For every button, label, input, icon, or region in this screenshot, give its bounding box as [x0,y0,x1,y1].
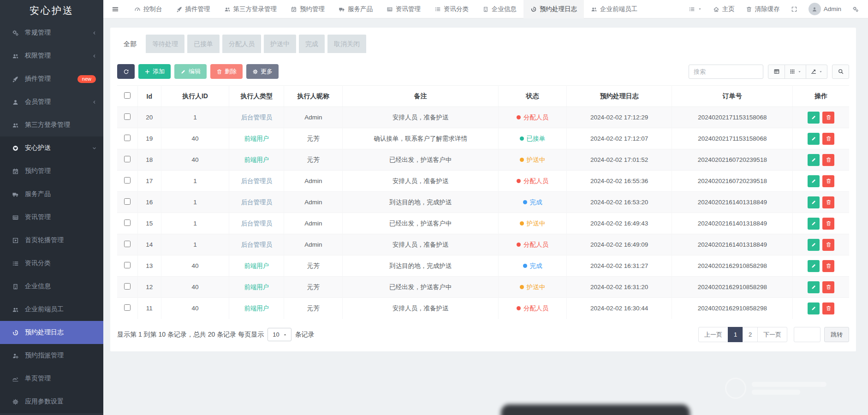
sidebar-item-addon[interactable]: 插件管理new [0,67,103,90]
row-checkbox[interactable] [124,198,131,205]
sidebar-item-company-staff[interactable]: 企业前端员工 [0,298,103,321]
row-checkbox[interactable] [124,156,131,162]
sidebar-item-single-page[interactable]: 单页管理 [0,367,103,390]
row-checkbox[interactable] [124,241,131,247]
sidebar-item-company-info[interactable]: 企业信息 [0,275,103,298]
column-header-operate[interactable]: 操作 [793,86,849,107]
pagination-page-1[interactable]: 1 [728,327,743,342]
sidebar-item-auth[interactable]: 权限管理 [0,44,103,67]
row-edit-button[interactable] [808,175,820,187]
nav-item-company-staff[interactable]: 企业前端员工 [584,0,644,18]
row-checkbox[interactable] [124,262,131,268]
row-edit-button[interactable] [808,281,820,293]
delete-button[interactable]: 删除 [210,64,243,79]
sidebar-item-general[interactable]: 常规管理 [0,21,103,44]
nav-item-third-party-login[interactable]: 第三方登录管理 [217,0,284,18]
column-header-remark[interactable]: 备注 [343,86,499,107]
row-delete-button[interactable] [822,260,834,272]
row-delete-button[interactable] [822,175,834,187]
row-delete-button[interactable] [822,133,834,145]
add-button[interactable]: 添加 [138,64,171,79]
row-checkbox[interactable] [124,304,131,311]
edit-button[interactable]: 编辑 [174,64,207,79]
row-edit-button[interactable] [808,154,820,166]
nav-item-company-info[interactable]: 企业信息 [476,0,523,18]
sidebar-item-reservation-log[interactable]: 预约处理日志 [0,321,103,344]
row-edit-button[interactable] [808,239,820,251]
nav-item-news[interactable]: 资讯管理 [380,0,428,18]
row-edit-button[interactable] [808,196,820,208]
column-header-status[interactable]: 状态 [499,86,567,107]
row-checkbox[interactable] [124,113,131,120]
nav-item-service-product[interactable]: 服务产品 [332,0,380,18]
sidebar-toggle-button[interactable] [103,0,127,18]
page-jump-button[interactable]: 跳转 [824,327,849,342]
column-header-executor-nickname[interactable]: 执行人昵称 [284,86,343,107]
sidebar-item-news-category[interactable]: 资讯分类 [0,252,103,275]
tab-all[interactable]: 全部 [117,35,143,53]
row-delete-button[interactable] [822,218,834,230]
pagination-page-2[interactable]: 2 [743,327,758,342]
nav-item-reservation-log[interactable]: 预约处理日志 [523,0,584,18]
page-size-select[interactable]: 10 [268,328,291,341]
tab-waiting[interactable]: 等待处理 [146,35,184,53]
nav-fullscreen[interactable] [785,0,803,18]
column-header-id[interactable]: Id [137,86,161,107]
row-edit-button[interactable] [808,302,820,314]
sidebar-item-banner[interactable]: 首页轮播管理 [0,229,103,252]
column-header-executor-type[interactable]: 执行人类型 [229,86,284,107]
sidebar-item-third-party-login[interactable]: 第三方登录管理 [0,113,103,136]
row-delete-button[interactable] [822,196,834,208]
nav-user-menu[interactable]: Admin [803,0,847,18]
sidebar-item-news[interactable]: 资讯管理 [0,206,103,229]
nav-item-news-category[interactable]: 资讯分类 [428,0,476,18]
refresh-button[interactable] [117,64,135,79]
row-checkbox[interactable] [124,135,131,141]
row-edit-button[interactable] [808,112,820,124]
row-delete-button[interactable] [822,154,834,166]
sidebar-item-reservation-assign[interactable]: 预约指派管理 [0,344,103,367]
nav-item-addon[interactable]: 插件管理 [169,0,217,18]
row-checkbox[interactable] [124,177,131,184]
row-delete-button[interactable] [822,281,834,293]
nav-home[interactable]: 主页 [707,0,740,18]
row-checkbox[interactable] [124,219,131,226]
sidebar-item-label: 权限管理 [25,52,51,60]
sidebar-item-service-product[interactable]: 服务产品 [0,183,103,206]
tab-accepted[interactable]: 已接单 [187,35,220,53]
nav-item-label: 服务产品 [348,5,373,13]
columns-button[interactable] [785,65,806,79]
row-checkbox[interactable] [124,283,131,290]
sidebar-item-member[interactable]: 会员管理 [0,90,103,113]
sidebar-item-app-config[interactable]: 应用参数设置 [0,390,103,413]
select-all-checkbox[interactable] [124,92,131,99]
nav-clear-cache[interactable]: 清除缓存 [740,0,785,18]
nav-settings[interactable] [847,0,864,18]
row-edit-button[interactable] [808,260,820,272]
column-header-executor-id[interactable]: 执行人ID [161,86,229,107]
row-delete-button[interactable] [822,112,834,124]
tab-cancelled[interactable]: 取消关闭 [327,35,366,53]
search-submit-button[interactable] [832,65,849,79]
pagination-prev-button[interactable]: 上一页 [698,327,728,342]
pagination-next-button[interactable]: 下一页 [757,327,787,342]
row-edit-button[interactable] [808,133,820,145]
row-delete-button[interactable] [822,239,834,251]
more-button[interactable]: 更多 [246,64,279,79]
nav-item-reservation[interactable]: 预约管理 [284,0,332,18]
tab-assign[interactable]: 分配人员 [222,35,261,53]
sidebar-item-reservation[interactable]: 预约管理 [0,160,103,183]
row-delete-button[interactable] [822,302,834,314]
nav-item-console[interactable]: 控制台 [127,0,169,18]
tab-done[interactable]: 完成 [299,35,325,53]
page-jump-input[interactable] [794,327,820,342]
toggle-view-button[interactable] [768,65,785,79]
export-button[interactable] [806,65,827,79]
sidebar-item-anxin-escort[interactable]: 安心护送 [0,136,103,160]
search-input[interactable] [689,65,763,79]
column-header-log-time[interactable]: 预约处理日志 [566,86,672,107]
tab-escorting[interactable]: 护送中 [264,35,296,53]
nav-nav-menu-toggle[interactable] [683,0,707,18]
column-header-order-no[interactable]: 订单号 [672,86,793,107]
row-edit-button[interactable] [808,218,820,230]
